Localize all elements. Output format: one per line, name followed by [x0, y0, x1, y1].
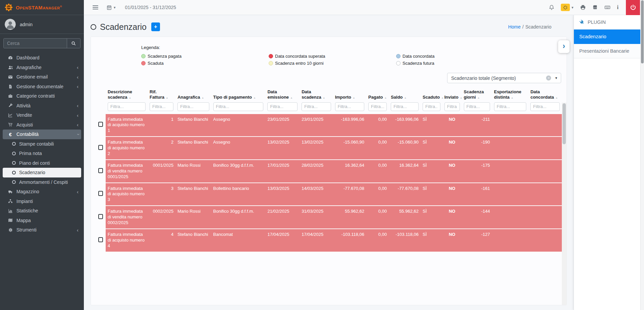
column-header[interactable]: Saldo▲: [389, 89, 421, 101]
table-row[interactable]: Fattura immediata di acquisto numero 11S…: [96, 114, 562, 137]
cell-inviato: NO: [442, 183, 462, 206]
checkbox-cell: [96, 160, 106, 183]
filter-input[interactable]: [530, 102, 560, 111]
filter-input[interactable]: [335, 102, 364, 111]
notifications-bell-icon[interactable]: [549, 4, 554, 10]
column-header[interactable]: Tipo di pagamento▲: [211, 89, 266, 101]
sidebar-item-vendite[interactable]: Vendite ‹: [3, 110, 81, 120]
user-panel[interactable]: admin: [0, 15, 84, 34]
sidebar-item-anagrafiche[interactable]: Anagrafiche ‹: [3, 63, 81, 72]
sidebar-item-categorie-contratti[interactable]: Categorie contratti: [3, 91, 81, 101]
column-header[interactable]: Data scadenza▲: [300, 89, 333, 101]
plugin-item[interactable]: Presentazioni Bancarie: [574, 44, 644, 58]
sidebar-subitem-stampe-contabili[interactable]: Stampe contabili: [3, 139, 81, 149]
page-scrollbar-thumb[interactable]: [641, 0, 644, 63]
scadenzario-card: Legenda: Scadenza pagata Scaduta Data co…: [91, 37, 567, 305]
row-checkbox[interactable]: [98, 191, 103, 196]
table-row[interactable]: Fattura immediata di acquisto numero 44S…: [96, 229, 562, 252]
breadcrumb-home-link[interactable]: Home: [508, 24, 521, 30]
sidebar-subitem-ammortamenti-cespiti[interactable]: Ammortamenti / Cespiti: [3, 177, 81, 187]
sidebar-subitem-scadenzario[interactable]: Scadenzario: [3, 168, 81, 177]
plugin-panel-expand-button[interactable]: ›: [558, 40, 570, 53]
keyboard-shortcuts-icon[interactable]: [604, 4, 611, 10]
filter-input[interactable]: [391, 102, 419, 111]
menu-toggle-icon[interactable]: [93, 4, 98, 10]
row-checkbox[interactable]: [98, 168, 103, 173]
search-button[interactable]: [67, 39, 80, 48]
legend: Scadenza pagata Scaduta Data concordata …: [141, 53, 562, 67]
date-range[interactable]: 01/01/2025 - 31/12/2025: [125, 5, 176, 10]
cell-scadenza: 28/02/2025: [300, 160, 333, 183]
cell-anagrafica: Mario Rossi: [175, 160, 211, 183]
segment-select[interactable]: Scadenzario totale (Segmento) × ▾: [447, 73, 561, 83]
briefcase-icon: [7, 94, 14, 99]
info-icon[interactable]: i: [617, 4, 619, 10]
sidebar-item-mappa[interactable]: Mappa: [3, 216, 81, 225]
sidebar-item-impianti[interactable]: Impianti: [3, 197, 81, 206]
sidebar-item-contabilita[interactable]: € Contabilità ‹: [3, 130, 81, 139]
print-icon[interactable]: [580, 4, 586, 10]
column-header[interactable]: Descrizione scadenza▲: [106, 89, 148, 101]
column-header[interactable]: Scaduto▲: [421, 89, 442, 101]
column-header[interactable]: Data emissione▲: [265, 89, 300, 101]
search-input[interactable]: [4, 39, 67, 48]
calendar-picker[interactable]: ▾: [106, 5, 116, 10]
filter-input[interactable]: [464, 102, 490, 111]
table-scrollbar-thumb[interactable]: [562, 103, 566, 144]
sort-asc-icon: ▲: [404, 96, 407, 99]
sidebar: OSM OpenSTAManager® admin Dashboard Anag…: [0, 0, 84, 310]
filter-input[interactable]: [177, 102, 209, 111]
filter-input[interactable]: [150, 102, 173, 111]
row-checkbox[interactable]: [98, 122, 103, 127]
sidebar-item-statistiche[interactable]: Statistiche: [3, 206, 81, 216]
table-row[interactable]: Fattura immediata di acquisto numero 33S…: [96, 183, 562, 206]
filter-input[interactable]: [302, 102, 331, 111]
column-header[interactable]: Importo▲: [333, 89, 366, 101]
sidebar-item-gestione-email[interactable]: Gestione email ‹: [3, 72, 81, 82]
table-row[interactable]: Fattura immediata di vendita numero 0002…: [96, 206, 562, 229]
row-checkbox[interactable]: [98, 237, 103, 242]
column-header[interactable]: Scadenza giorni▲: [462, 89, 492, 101]
logout-power-button[interactable]: [626, 0, 640, 15]
filter-input[interactable]: [267, 102, 298, 111]
legend-label: Scadenza entro 10 giorni: [275, 61, 324, 66]
column-header[interactable]: Anagrafica▲: [175, 89, 211, 101]
brand-logo[interactable]: OSM OpenSTAManager®: [0, 0, 84, 15]
sidebar-subitem-prima-nota[interactable]: Prima nota: [3, 149, 81, 158]
sidebar-item-dashboard[interactable]: Dashboard: [3, 53, 81, 63]
filter-input[interactable]: [423, 102, 440, 111]
services-status-dropdown[interactable]: ▾: [561, 4, 574, 11]
legend-title: Legenda:: [141, 45, 562, 50]
filter-input[interactable]: [444, 102, 460, 111]
filter-input[interactable]: [368, 102, 387, 111]
sidebar-item-acquisti[interactable]: Acquisti ‹: [3, 120, 81, 130]
document-icon: [7, 84, 14, 89]
checkbox-cell: [96, 183, 106, 206]
cell-emissione: 13/02/2025: [265, 137, 300, 160]
sidebar-item-attivita[interactable]: Attività ‹: [3, 101, 81, 111]
filter-input[interactable]: [494, 102, 527, 111]
column-header[interactable]: Pagato▲: [366, 89, 389, 101]
filter-input[interactable]: [108, 102, 146, 111]
cell-desc: Fattura immediata di acquisto numero 3: [106, 183, 148, 206]
table-row[interactable]: Fattura immediata di vendita numero 0001…: [96, 160, 562, 183]
plugin-item[interactable]: Scadenzario: [574, 30, 644, 44]
column-header[interactable]: Rif. Fattura▲: [148, 89, 175, 101]
sidebar-subitem-piano-dei-conti[interactable]: Piano dei conti: [3, 158, 81, 168]
cell-tipo: Bollettino bancario: [211, 183, 266, 206]
filter-input[interactable]: [213, 102, 264, 111]
row-checkbox[interactable]: [98, 145, 103, 150]
table-row[interactable]: Fattura immediata di acquisto numero 22S…: [96, 137, 562, 160]
add-record-button[interactable]: +: [151, 22, 160, 31]
sidebar-item-strumenti[interactable]: Strumenti ‹: [3, 225, 81, 235]
select-column-header: [96, 89, 106, 101]
column-header[interactable]: Esportazione distinta▲: [492, 89, 529, 101]
clear-icon[interactable]: ×: [546, 75, 551, 81]
column-header[interactable]: Inviato▲: [442, 89, 462, 101]
column-header[interactable]: Data concordata▲: [528, 89, 562, 101]
sidebar-nav: Dashboard Anagrafiche ‹ Gestione email ‹…: [0, 52, 84, 236]
sidebar-item-gestione-documentale[interactable]: Gestione documentale ‹: [3, 82, 81, 92]
docs-book-icon[interactable]: [592, 4, 598, 10]
row-checkbox[interactable]: [98, 214, 103, 219]
sidebar-item-magazzino[interactable]: Magazzino ‹: [3, 187, 81, 197]
